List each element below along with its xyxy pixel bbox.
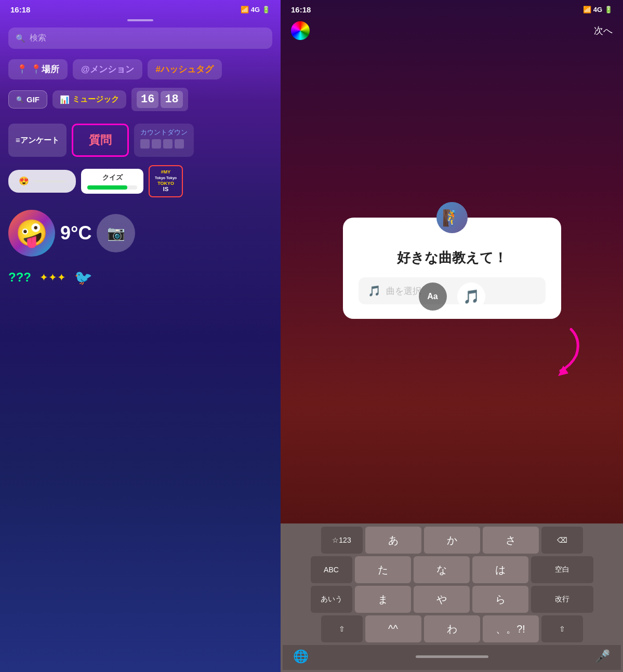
sticker-row-2: 🔍 GIF 📊 ミュージック 16 18 — [8, 88, 272, 111]
user-avatar: 🧗 — [436, 202, 468, 233]
music-bar-icon: 📊 — [60, 95, 70, 104]
right-top-bar: 次へ — [281, 17, 623, 44]
camera-icon: 📷 — [107, 224, 125, 241]
shift-right-icon: ⇧ — [559, 625, 565, 633]
sparkles-sticker[interactable]: ✦✦✦ — [39, 271, 66, 284]
key-func3[interactable]: あいう — [311, 586, 352, 613]
key-space[interactable]: 空白 — [531, 556, 593, 583]
right-panel: 16:18 📶 4G 🔋 次へ 🧗 好きな曲教えて！ 🎵 曲を選択 — [281, 0, 623, 672]
quiz-sticker[interactable]: クイズ — [81, 169, 143, 194]
key-a[interactable]: あ — [365, 527, 421, 554]
drag-handle — [127, 19, 153, 21]
time-sticker[interactable]: 16 18 — [131, 88, 188, 111]
keyboard-row-1: ☆123 あ か さ ⌫ — [283, 527, 621, 554]
sticker-row-5: 🤪 9°C 📷 — [8, 210, 272, 257]
key-ya[interactable]: や — [414, 586, 470, 613]
music-sticker[interactable]: 📊 ミュージック — [52, 90, 126, 109]
bottom-stickers-row: ??? ✦✦✦ 🐦 — [0, 265, 281, 290]
battery-icon: 🔋 — [262, 6, 270, 14]
location-sticker[interactable]: 📍 📍場所 — [8, 59, 68, 79]
keyboard-row-4: ⇧ ^^ わ 、。?! ⇧ — [283, 615, 621, 642]
right-network-label: 4G — [593, 6, 602, 14]
network-label: 4G — [251, 6, 260, 14]
keyboard-row-2: ABC た な は 空白 — [283, 556, 621, 583]
question-marks-sticker[interactable]: ??? — [8, 270, 31, 285]
quiz-label: クイズ — [87, 173, 137, 182]
location-icon: 📍 — [17, 64, 28, 75]
right-battery-icon: 🔋 — [604, 6, 613, 14]
text-button[interactable]: Aa — [419, 283, 447, 311]
key-na[interactable]: な — [414, 556, 470, 583]
quiz-bar — [87, 185, 127, 190]
story-content: 🧗 好きな曲教えて！ 🎵 曲を選択 Aa 🎵 — [281, 44, 623, 523]
left-status-right: 📶 4G 🔋 — [241, 6, 270, 14]
right-status-right: 📶 4G 🔋 — [583, 6, 613, 14]
key-sa[interactable]: さ — [483, 527, 539, 554]
avatar-icon: 🧗 — [442, 209, 461, 227]
search-icon: 🔍 — [16, 34, 25, 43]
home-indicator — [416, 655, 488, 658]
bird-sticker[interactable]: 🐦 — [74, 269, 92, 286]
shitsumon-sticker[interactable]: 質問 — [72, 124, 129, 157]
gif-sticker[interactable]: 🔍 GIF — [8, 90, 47, 109]
shift-icon: ⇧ — [339, 625, 345, 633]
face-emoji: 🤪 — [16, 218, 48, 248]
globe-button[interactable]: 🌐 — [293, 649, 309, 664]
key-ma[interactable]: ま — [355, 586, 411, 613]
countdown-blocks — [140, 139, 188, 149]
slider-track — [33, 180, 65, 182]
tokyo-sticker[interactable]: #MYTokyo TokyoTOKYOIS — [149, 165, 183, 197]
left-time: 16:18 — [10, 5, 30, 14]
right-time: 16:18 — [291, 5, 311, 14]
left-panel: 16:18 📶 4G 🔋 🔍 検索 📍 📍場所 @メンション #ハッシュタグ — [0, 0, 281, 672]
arrow-indicator — [540, 324, 581, 378]
time-minutes: 18 — [161, 91, 182, 108]
key-ka[interactable]: か — [424, 527, 480, 554]
key-punct2[interactable]: 、。?! — [483, 615, 539, 642]
emoji-slider-sticker[interactable]: 😍 — [8, 170, 76, 193]
key-shift[interactable]: ⇧ — [321, 615, 363, 642]
camera-button[interactable]: 📷 — [97, 214, 135, 252]
sticker-grid: 📍 📍場所 @メンション #ハッシュタグ 🔍 GIF 📊 ミュージック 16 — [0, 59, 281, 257]
key-ta[interactable]: た — [355, 556, 411, 583]
mention-sticker[interactable]: @メンション — [73, 59, 142, 79]
left-status-bar: 16:18 📶 4G 🔋 — [0, 0, 281, 17]
time-hours: 16 — [137, 91, 158, 108]
sticker-row-4: 😍 クイズ #MYTokyo TokyoTOKYOIS — [8, 165, 272, 197]
countdown-sticker[interactable]: カウントダウン — [134, 124, 194, 157]
keyboard: ☆123 あ か さ ⌫ ABC た な は 空白 あいう ま や ら 改行 ⇧… — [281, 523, 623, 672]
key-func1[interactable]: ☆123 — [321, 527, 363, 554]
anketo-sticker[interactable]: ≡アンケート — [8, 124, 67, 157]
search-small-icon: 🔍 — [16, 96, 24, 103]
story-toolbar: Aa 🎵 — [281, 274, 623, 316]
sticker-row-1: 📍 📍場所 @メンション #ハッシュタグ — [8, 59, 272, 79]
keyboard-row-3: あいう ま や ら 改行 — [283, 586, 621, 613]
mic-button[interactable]: 🎤 — [595, 649, 611, 664]
key-ra[interactable]: ら — [472, 586, 528, 613]
key-delete[interactable]: ⌫ — [541, 527, 583, 554]
key-shift-right[interactable]: ⇧ — [541, 615, 583, 642]
next-button[interactable]: 次へ — [594, 24, 613, 37]
emoji-icon: 😍 — [19, 176, 29, 186]
color-wheel-button[interactable] — [291, 21, 310, 40]
face-sticker[interactable]: 🤪 — [8, 210, 55, 257]
right-status-bar: 16:18 📶 4G 🔋 — [281, 0, 623, 17]
tokyo-text: #MYTokyo TokyoTOKYOIS — [155, 169, 177, 193]
sticker-row-3: ≡アンケート 質問 カウントダウン — [8, 124, 272, 157]
keyboard-bottom-bar: 🌐 🎤 — [283, 645, 621, 670]
right-signal-icon: 📶 — [583, 6, 591, 14]
key-func2[interactable]: ABC — [311, 556, 352, 583]
key-return[interactable]: 改行 — [531, 586, 593, 613]
music-app-icon: 🎵 — [463, 289, 480, 305]
key-wa[interactable]: わ — [424, 615, 480, 642]
countdown-label: カウントダウン — [140, 128, 188, 137]
temp-sticker[interactable]: 9°C — [60, 222, 91, 244]
signal-icon: 📶 — [241, 6, 249, 14]
music-app-button[interactable]: 🎵 — [457, 283, 485, 311]
hashtag-sticker[interactable]: #ハッシュタグ — [148, 59, 222, 79]
key-punct1[interactable]: ^^ — [365, 615, 421, 642]
key-ha[interactable]: は — [472, 556, 528, 583]
search-placeholder: 検索 — [30, 33, 46, 44]
music-question-text: 好きな曲教えて！ — [359, 249, 546, 267]
search-bar[interactable]: 🔍 検索 — [8, 28, 272, 49]
